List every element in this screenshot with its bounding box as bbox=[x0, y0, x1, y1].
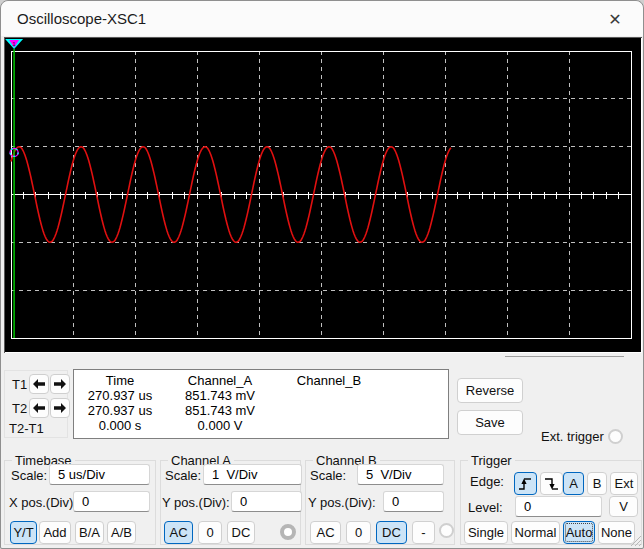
trigger-source-b-button[interactable]: B bbox=[587, 472, 607, 495]
waveform-plot: 1 bbox=[5, 38, 641, 352]
timebase-xpos-label: X pos.(Div): bbox=[9, 495, 77, 510]
delta-time-value: 0.000 s bbox=[74, 418, 166, 433]
trigger-level-unit-button[interactable]: V bbox=[609, 496, 638, 517]
trigger-title: Trigger bbox=[468, 453, 515, 468]
channel-a-ypos-label: Y pos.(Div): bbox=[162, 495, 230, 510]
close-icon: ✕ bbox=[608, 10, 621, 29]
trigger-level-input[interactable] bbox=[515, 496, 602, 517]
close-button[interactable]: ✕ bbox=[595, 6, 635, 32]
scope-scroll-slider[interactable] bbox=[505, 356, 624, 357]
trigger-rising-edge-button[interactable] bbox=[514, 472, 537, 495]
col-header-time: Time bbox=[74, 373, 166, 388]
t1-left-button[interactable] bbox=[29, 374, 49, 394]
falling-edge-icon bbox=[544, 476, 559, 492]
resize-grip[interactable] bbox=[629, 534, 642, 547]
timebase-scale-label: Scale: bbox=[11, 468, 47, 483]
t1-right-button[interactable] bbox=[50, 374, 70, 394]
trigger-source-a-button[interactable]: A bbox=[563, 472, 584, 495]
rising-edge-icon bbox=[518, 476, 533, 492]
t2-channel-a-value: 851.743 mV bbox=[166, 403, 274, 418]
t2-channel-b-value bbox=[274, 403, 384, 418]
reverse-button[interactable]: Reverse bbox=[457, 378, 523, 403]
cursor-panel: T1 T2 T2-T1 bbox=[4, 370, 68, 438]
channel-a-ac-button[interactable]: AC bbox=[164, 521, 193, 544]
channel-b-scale-label: Scale: bbox=[310, 468, 346, 483]
trigger-auto-button[interactable]: Auto bbox=[563, 521, 595, 544]
arrow-left-icon bbox=[33, 379, 45, 389]
arrow-right-icon bbox=[54, 379, 66, 389]
delta-channel-b-value bbox=[274, 418, 384, 433]
window-title: Oscilloscope-XSC1 bbox=[17, 10, 146, 27]
oscilloscope-window: Oscilloscope-XSC1 ✕ 1 T1 T2 T2-T1 Time C… bbox=[0, 0, 644, 549]
trigger-level-label: Level: bbox=[468, 500, 503, 515]
channel-b-ac-button[interactable]: AC bbox=[310, 521, 341, 544]
yt-mode-button[interactable]: Y/T bbox=[10, 521, 37, 544]
channel-b-zero-button[interactable]: 0 bbox=[346, 521, 371, 544]
measurement-table: Time Channel_A Channel_B 270.937 us 851.… bbox=[73, 369, 449, 439]
trigger-falling-edge-button[interactable] bbox=[540, 472, 563, 495]
t1-channel-a-value: 851.743 mV bbox=[166, 388, 274, 403]
channel-b-minus-button[interactable]: - bbox=[412, 521, 435, 544]
timebase-xpos-input[interactable] bbox=[73, 491, 150, 512]
col-header-channel-a: Channel_A bbox=[166, 373, 274, 388]
channel-a-scale-input[interactable] bbox=[203, 464, 302, 485]
t2t1-label: T2-T1 bbox=[9, 421, 44, 436]
t1-label: T1 bbox=[12, 377, 27, 392]
scope-display[interactable]: 1 bbox=[4, 37, 642, 353]
t2-right-button[interactable] bbox=[50, 398, 70, 418]
channel-a-scale-label: Scale: bbox=[165, 468, 201, 483]
channel-a-ypos-input[interactable] bbox=[231, 491, 302, 512]
trigger-source-ext-button[interactable]: Ext bbox=[610, 472, 638, 495]
trigger-edge-label: Edge: bbox=[470, 474, 504, 489]
ba-mode-button[interactable]: B/A bbox=[75, 521, 104, 544]
trigger-single-button[interactable]: Single bbox=[464, 521, 508, 544]
timebase-scale-input[interactable] bbox=[49, 464, 150, 485]
channel-b-ypos-input[interactable] bbox=[383, 491, 444, 512]
channel-b-ypos-label: Y pos.(Div): bbox=[308, 495, 376, 510]
ab-mode-button[interactable]: A/B bbox=[107, 521, 136, 544]
col-header-channel-b: Channel_B bbox=[274, 373, 384, 388]
channel-a-dc-button[interactable]: DC bbox=[227, 521, 255, 544]
t2-left-button[interactable] bbox=[29, 398, 49, 418]
title-bar: Oscilloscope-XSC1 ✕ bbox=[1, 1, 643, 36]
channel-b-scale-input[interactable] bbox=[357, 464, 444, 485]
t2-label: T2 bbox=[12, 401, 27, 416]
t2-time-value: 270.937 us bbox=[74, 403, 166, 418]
t1-channel-b-value bbox=[274, 388, 384, 403]
delta-channel-a-value: 0.000 V bbox=[166, 418, 274, 433]
arrow-left-icon bbox=[33, 403, 45, 413]
arrow-right-icon bbox=[54, 403, 66, 413]
channel-b-dc-button[interactable]: DC bbox=[376, 521, 407, 544]
channel-a-zero-button[interactable]: 0 bbox=[198, 521, 222, 544]
add-mode-button[interactable]: Add bbox=[39, 521, 71, 544]
ext-trigger-terminal-icon bbox=[608, 429, 623, 444]
channel-a-terminal-icon bbox=[280, 524, 296, 540]
trigger-normal-button[interactable]: Normal bbox=[511, 521, 560, 544]
t1-time-value: 270.937 us bbox=[74, 388, 166, 403]
ext-trigger-label: Ext. trigger bbox=[541, 429, 604, 444]
channel-b-terminal-icon bbox=[439, 523, 454, 538]
save-button[interactable]: Save bbox=[457, 410, 523, 435]
